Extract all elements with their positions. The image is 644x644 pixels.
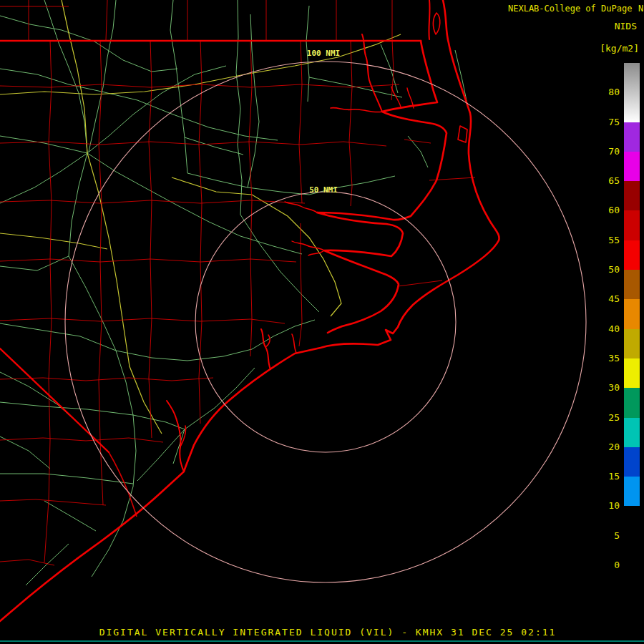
colorbar-tick-label: 45 bbox=[587, 293, 620, 305]
range-ring-label-100nmi: 100 NMI bbox=[295, 49, 352, 58]
colorbar-segment bbox=[624, 299, 640, 328]
colorbar-tick-label: 60 bbox=[587, 205, 620, 216]
colorbar-segment bbox=[624, 240, 640, 270]
colorbar-segment bbox=[624, 477, 640, 506]
colorbar-segment bbox=[624, 418, 640, 447]
colorbar-tick-label: 35 bbox=[587, 353, 620, 364]
colorbar-tick-label: 5 bbox=[587, 530, 620, 542]
colorbar-segment bbox=[624, 181, 640, 210]
colorbar-segment bbox=[624, 270, 640, 299]
colorbar-segment bbox=[624, 152, 640, 181]
colorbar-tick-label: 80 bbox=[587, 87, 620, 98]
colorbar-segment bbox=[624, 329, 640, 358]
roanoke-island bbox=[458, 126, 467, 142]
colorbar-segment bbox=[624, 388, 640, 417]
colorbar-title: NIDS bbox=[615, 21, 637, 31]
colorbar-segment bbox=[624, 63, 640, 122]
colorbar-tick-label: 0 bbox=[587, 560, 620, 571]
colorbar-units: [kg/m2] bbox=[600, 43, 639, 54]
radar-display: NEXLAB-College of DuPage N NIDS [kg/m2] … bbox=[0, 0, 644, 644]
rivers bbox=[167, 34, 414, 472]
colorbar-segment bbox=[624, 210, 640, 240]
range-ring-100nmi bbox=[65, 62, 586, 582]
road-network bbox=[0, 0, 468, 585]
colorbar-tick-label: 40 bbox=[587, 323, 620, 335]
colorbar-tick-label: 30 bbox=[587, 382, 620, 394]
colorbar-segment bbox=[624, 506, 640, 535]
va-shore bbox=[429, 0, 429, 39]
highway-network bbox=[0, 0, 401, 434]
colorbar-tick-label: 25 bbox=[587, 412, 620, 424]
colorbar-tick-label: 50 bbox=[587, 264, 620, 275]
radar-map bbox=[0, 0, 644, 644]
colorbar-tick-label: 65 bbox=[587, 175, 620, 187]
colorbar-segment bbox=[624, 536, 640, 565]
colorbar-segment bbox=[624, 447, 640, 477]
colorbar-tick-label: 75 bbox=[587, 117, 620, 128]
sc-border-line bbox=[0, 348, 109, 452]
colorbar-segment bbox=[624, 122, 640, 152]
bottom-border-line bbox=[0, 640, 644, 642]
brand-clipped-char: N bbox=[638, 4, 643, 14]
colorbar-tick-label: 55 bbox=[587, 235, 620, 246]
product-title: DIGITAL VERTICALLY INTEGRATED LIQUID (VI… bbox=[0, 627, 644, 638]
range-ring-50nmi bbox=[195, 192, 456, 452]
colorbar-tick-label: 20 bbox=[587, 441, 620, 453]
range-rings bbox=[65, 62, 586, 582]
colorbar-tick-label: 70 bbox=[587, 146, 620, 157]
colorbar-tick-label: 10 bbox=[587, 500, 620, 512]
range-ring-label-50nmi: 50 NMI bbox=[295, 185, 352, 195]
colorbar-segment bbox=[624, 358, 640, 388]
brand-text: NEXLAB-College of DuPage bbox=[508, 4, 632, 14]
knotts-island bbox=[433, 13, 439, 34]
colorbar-tick-label: 15 bbox=[587, 471, 620, 482]
